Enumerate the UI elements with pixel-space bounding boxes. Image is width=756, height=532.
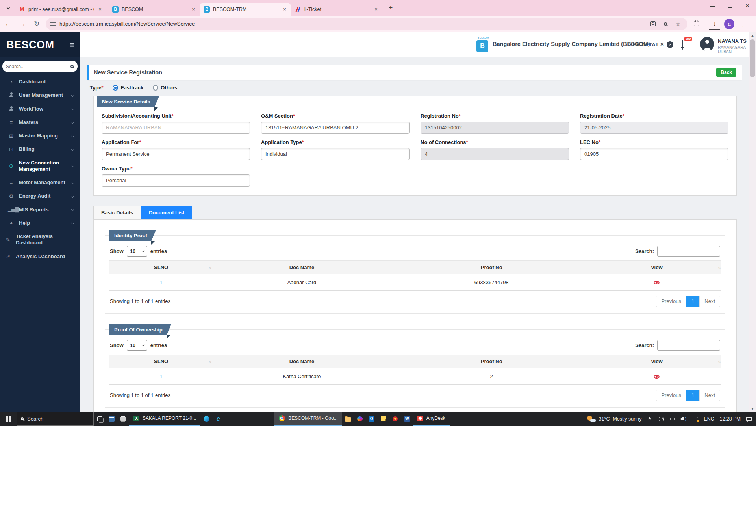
sidebar-item-ticket-analysis-dashboard[interactable]: ✎ Ticket Analysis Dashboard [0, 230, 80, 250]
previous-button[interactable]: Previous [656, 296, 686, 307]
tab-gmail[interactable]: M print - aee.rusd@gmail.com - G × [15, 3, 106, 16]
sticky-notes-button[interactable] [378, 412, 389, 426]
tab-document-list[interactable]: Document List [141, 206, 192, 219]
col-doc-name[interactable]: Doc Name [213, 261, 391, 274]
network-globe-icon[interactable] [669, 417, 676, 421]
edge-button[interactable] [200, 412, 212, 426]
back-button-green[interactable]: Back [716, 68, 736, 77]
sidebar-item-billing[interactable]: ⊡ Billing [0, 142, 80, 156]
forward-button[interactable]: → [17, 18, 28, 30]
scroll-up-arrow[interactable]: ▲ [749, 32, 756, 39]
next-button[interactable]: Next [699, 296, 720, 307]
sidebar-search-input[interactable] [6, 64, 70, 69]
weather-widget[interactable]: 31°C Mostly sunny [587, 416, 642, 423]
view-cell[interactable] [593, 368, 721, 385]
scroll-down-arrow[interactable]: ▼ [749, 406, 756, 412]
printer-button[interactable] [117, 412, 129, 426]
new-tab-button[interactable]: + [385, 3, 396, 13]
sort-icon[interactable]: ↑↓ [208, 266, 211, 270]
taskbar-search[interactable]: Search [17, 412, 94, 426]
radio-fasttrack[interactable]: Fasttrack [113, 85, 143, 91]
next-button[interactable]: Next [699, 390, 720, 401]
page-1-button[interactable]: 1 [686, 390, 699, 401]
capture-icon[interactable] [658, 417, 664, 421]
subdivision-input[interactable]: RAMANAGARA URBAN [102, 122, 250, 134]
page-size-select[interactable]: 10 [127, 340, 147, 351]
language-indicator[interactable]: ENG [704, 416, 714, 422]
tab-bescom[interactable]: B BESCOM × [108, 3, 200, 16]
tab-iticket[interactable]: i~Ticket × [291, 3, 382, 16]
url-text[interactable]: https://bescom.trm.ieasybill.com/NewServ… [59, 21, 645, 27]
maximize-button[interactable] [721, 0, 739, 12]
notification-center-icon[interactable] [746, 417, 752, 421]
sidebar-item-workflow[interactable]: WorkFlow [0, 102, 80, 116]
sidebar-item-energy-audit[interactable]: ⚙ Energy Audit [0, 189, 80, 203]
application-type-input[interactable]: Individual [261, 148, 410, 160]
close-icon[interactable]: × [282, 6, 288, 13]
task-view-button[interactable] [94, 412, 106, 426]
sidebar-item-meter-management[interactable]: ≡ Meter Management [0, 176, 80, 189]
col-doc-name[interactable]: Doc Name [213, 355, 391, 368]
col-proof-no[interactable]: Proof No [391, 355, 593, 368]
table-search-input[interactable] [657, 246, 720, 257]
eye-icon[interactable] [654, 281, 660, 284]
user-avatar[interactable] [700, 37, 714, 51]
radio-others[interactable]: Others [153, 85, 177, 91]
sort-icon[interactable]: ↑↓ [718, 360, 720, 364]
volume-icon[interactable] [681, 417, 687, 420]
start-button[interactable] [0, 412, 17, 426]
col-slno[interactable]: SLNO↑↓ [109, 355, 213, 368]
lec-no-input[interactable]: 01905 [580, 148, 728, 160]
show-hidden-icons-button[interactable] [647, 418, 653, 420]
page-size-select[interactable]: 10 [127, 246, 147, 257]
owner-type-input[interactable]: Personal [102, 174, 250, 187]
reload-button[interactable]: ↻ [31, 18, 43, 30]
address-bar[interactable]: https://bescom.trm.ieasybill.com/NewServ… [46, 18, 687, 30]
col-view[interactable]: View↑↓ [593, 261, 721, 274]
profile-avatar[interactable]: a [724, 19, 734, 29]
sidebar-search[interactable] [2, 61, 78, 72]
notifications-button[interactable]: 899 [682, 41, 683, 48]
outlook-button[interactable]: O [366, 412, 378, 426]
word-button[interactable]: W [401, 412, 413, 426]
om-section-input[interactable]: 131511~RAMANAGARA URBAN OMU 2 [261, 122, 410, 134]
downloads-icon[interactable]: ↓ [709, 18, 720, 30]
close-icon[interactable]: × [373, 6, 379, 13]
sidebar-item-mis-reports[interactable]: ▂▅▇ MIS Reports [0, 203, 80, 216]
paint-app-button[interactable] [354, 412, 366, 426]
taskbar-app-excel[interactable]: X SAKALA REPORT 21-0... [129, 412, 200, 426]
bookmark-star-icon[interactable]: ☆ [673, 19, 683, 29]
col-slno[interactable]: SLNO↑↓ [109, 261, 213, 274]
col-proof-no[interactable]: Proof No [391, 261, 593, 274]
sidebar-item-masters[interactable]: ≡ Masters [0, 116, 80, 129]
sidebar-item-help[interactable]: ◕ Help [0, 216, 80, 230]
col-view[interactable]: View↑↓ [593, 355, 721, 368]
back-button[interactable]: ← [2, 18, 14, 30]
eye-icon[interactable] [654, 375, 660, 379]
sidebar-item-new-connection-management[interactable]: ⊕ New Connection Management [0, 156, 80, 176]
cast-icon[interactable] [692, 417, 699, 421]
site-settings-icon[interactable] [50, 22, 56, 26]
sidebar-item-analysis-dashboard[interactable]: ↗ Analysis Dashboard [0, 250, 80, 263]
tab-search-button[interactable] [3, 3, 13, 13]
close-icon[interactable]: × [97, 6, 103, 13]
sort-icon[interactable]: ↑↓ [208, 360, 211, 364]
internet-explorer-button[interactable]: e [212, 412, 224, 426]
table-search-input[interactable] [657, 340, 720, 351]
application-for-input[interactable]: Permanent Service [102, 148, 250, 160]
vertical-scrollbar[interactable]: ▲ ▼ [749, 32, 756, 412]
zoom-icon[interactable] [661, 19, 670, 29]
tab-basic-details[interactable]: Basic Details [93, 206, 141, 219]
view-cell[interactable] [593, 274, 721, 291]
previous-button[interactable]: Previous [656, 390, 686, 401]
user-details-menu[interactable]: USER DETAILS [625, 41, 673, 48]
page-1-button[interactable]: 1 [686, 296, 699, 307]
hamburger-icon[interactable]: ≡ [70, 41, 74, 50]
sidebar-item-user-management[interactable]: User Management [0, 89, 80, 102]
sort-icon[interactable]: ↑↓ [718, 266, 720, 270]
clock[interactable]: 12:28 PM [719, 416, 741, 422]
misc-app-button[interactable]: ϟ [389, 412, 401, 426]
close-icon[interactable]: × [190, 6, 196, 13]
minimize-button[interactable]: — [704, 0, 721, 12]
translate-icon[interactable]: G [648, 19, 658, 29]
